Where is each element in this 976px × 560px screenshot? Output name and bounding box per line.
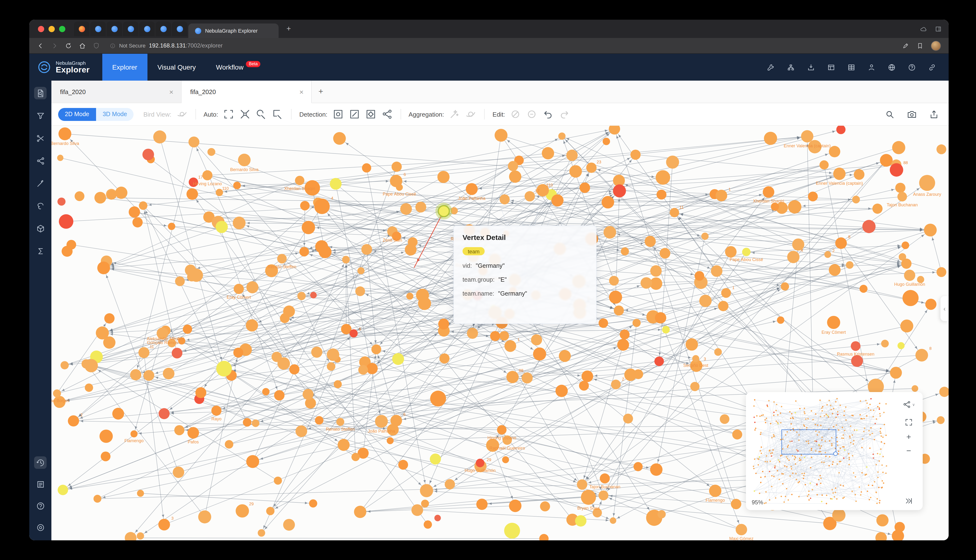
pinned-browser-tab[interactable] [139, 22, 155, 36]
aggregation-planet-icon[interactable] [465, 108, 477, 120]
mode-2d-button[interactable]: 2D Mode [58, 108, 96, 121]
bookmark-icon[interactable] [916, 42, 924, 49]
vertex-detail-title: Vertex Detail [463, 233, 587, 242]
help-icon[interactable] [908, 63, 916, 71]
pinned-browser-tab[interactable] [155, 22, 171, 36]
minimap-controls: ∨ + − [898, 396, 920, 506]
new-tab-button[interactable]: + [282, 23, 295, 35]
lasso-icon[interactable] [34, 200, 47, 212]
highlighter-icon[interactable] [902, 42, 909, 49]
zoom-out-button[interactable]: − [906, 447, 911, 455]
pen-icon[interactable] [34, 177, 47, 190]
cut-icon[interactable] [34, 132, 47, 145]
detection-network-icon[interactable] [381, 108, 393, 120]
close-icon[interactable]: × [299, 88, 304, 96]
logo-bottom-text: Explorer [56, 65, 90, 74]
lasso-rect-icon[interactable] [272, 108, 283, 120]
caret-down-icon[interactable]: ∨ [912, 402, 915, 407]
tool-sidebar [29, 81, 52, 540]
tab-favicon [95, 26, 101, 32]
tab-overview-icon[interactable] [935, 25, 942, 32]
screenshot-icon[interactable] [907, 109, 917, 119]
table-icon[interactable] [847, 63, 856, 71]
export-icon[interactable] [929, 109, 939, 119]
detection-diamond-icon[interactable] [365, 108, 376, 120]
doc-tab-fifa-2020-1[interactable]: fifa_2020 × [52, 81, 182, 103]
history-icon[interactable] [34, 457, 47, 469]
auto-center-icon[interactable] [239, 108, 251, 120]
tab-favicon [160, 26, 166, 32]
tab-favicon [111, 26, 117, 32]
doc-tab-fifa-2020-2[interactable]: fifa_2020 × [182, 81, 312, 103]
target-icon[interactable] [34, 521, 47, 533]
vertex-row-name: team.name:"Germany" [463, 290, 587, 297]
shield-icon[interactable] [93, 42, 100, 49]
minimap-layout-icon[interactable] [902, 400, 911, 409]
back-button[interactable] [37, 42, 44, 49]
pinned-browser-tab[interactable] [74, 22, 89, 36]
pinned-browser-tab[interactable] [123, 22, 138, 36]
close-icon[interactable]: × [169, 88, 174, 96]
import-icon[interactable] [807, 63, 815, 71]
pinned-browser-tab[interactable] [90, 22, 106, 36]
active-browser-tab[interactable]: NebulaGraph Explorer [188, 23, 279, 38]
aggregation-label: Aggregation: [408, 111, 444, 118]
vertex-tag-badge[interactable]: team [463, 247, 485, 255]
help-icon[interactable] [34, 500, 47, 512]
lasso-circle-icon[interactable] [256, 108, 267, 120]
right-drawer-handle[interactable]: ‹ [941, 296, 949, 321]
graph-canvas-area[interactable]: Vertex Detail team vid:"Germany" team.gr… [52, 126, 949, 540]
auto-fit-view-icon[interactable] [223, 108, 234, 120]
forward-button[interactable] [51, 42, 58, 49]
mode-3d-button[interactable]: 3D Mode [96, 108, 134, 121]
doc-tab-label: fifa_2020 [190, 88, 216, 95]
redo-icon[interactable] [559, 108, 570, 120]
nav-item-workflow[interactable]: WorkflowBeta [206, 54, 271, 81]
edit-ban-icon[interactable] [510, 108, 521, 120]
zoom-window-button[interactable] [59, 26, 65, 32]
doc-search-icon[interactable] [34, 87, 47, 99]
tab-favicon [195, 28, 201, 34]
minimap-fit-icon[interactable] [904, 418, 913, 427]
minimap-collapse-icon[interactable] [904, 497, 913, 505]
list-icon[interactable] [34, 478, 47, 490]
minimap-viewport-rect[interactable] [782, 430, 836, 455]
info-icon[interactable] [110, 42, 116, 49]
sitemap-icon[interactable] [787, 63, 795, 71]
close-window-button[interactable] [38, 26, 44, 32]
relation-icon[interactable] [34, 155, 47, 167]
filter-icon[interactable] [34, 109, 47, 122]
profile-avatar[interactable] [931, 40, 941, 51]
pinned-browser-tab[interactable] [172, 22, 187, 36]
detection-circle-icon[interactable] [332, 108, 344, 120]
cloud-icon[interactable] [920, 25, 927, 32]
zoom-in-button[interactable]: + [906, 433, 911, 441]
detection-slash-icon[interactable] [348, 108, 360, 120]
security-label: Not Secure [119, 43, 145, 48]
nav-item-visual-query[interactable]: Visual Query [147, 54, 206, 81]
vertex-row-group: team.group:"E" [463, 277, 587, 283]
tab-favicon [127, 26, 134, 32]
edit-ban-dot-icon[interactable] [526, 108, 538, 120]
board-icon[interactable] [827, 63, 835, 71]
minimize-window-button[interactable] [48, 26, 55, 32]
globe-icon[interactable] [887, 63, 896, 71]
search-icon[interactable] [885, 109, 895, 119]
reload-button[interactable] [65, 42, 72, 49]
minimap-viewport-handle[interactable] [833, 452, 838, 456]
user-icon[interactable] [867, 63, 876, 71]
cube-icon[interactable] [34, 222, 47, 235]
wrench-icon[interactable] [767, 63, 775, 71]
add-doc-tab-button[interactable]: + [318, 87, 323, 97]
app-header: NebulaGraph Explorer Explorer Visual Que… [29, 54, 949, 81]
undo-icon[interactable] [543, 108, 554, 120]
browser-tabstrip: NebulaGraph Explorer + [29, 20, 949, 38]
sigma-icon[interactable] [34, 245, 47, 257]
home-button[interactable] [79, 42, 86, 49]
aggregation-wand-icon[interactable] [449, 108, 460, 120]
address-bar[interactable]: Not Secure 192.168.8.131:7002/explorer [110, 42, 222, 49]
bird-view-icon[interactable] [176, 108, 188, 120]
link-icon[interactable] [928, 63, 936, 71]
nav-item-explorer[interactable]: Explorer [102, 54, 147, 81]
pinned-browser-tab[interactable] [107, 22, 122, 36]
